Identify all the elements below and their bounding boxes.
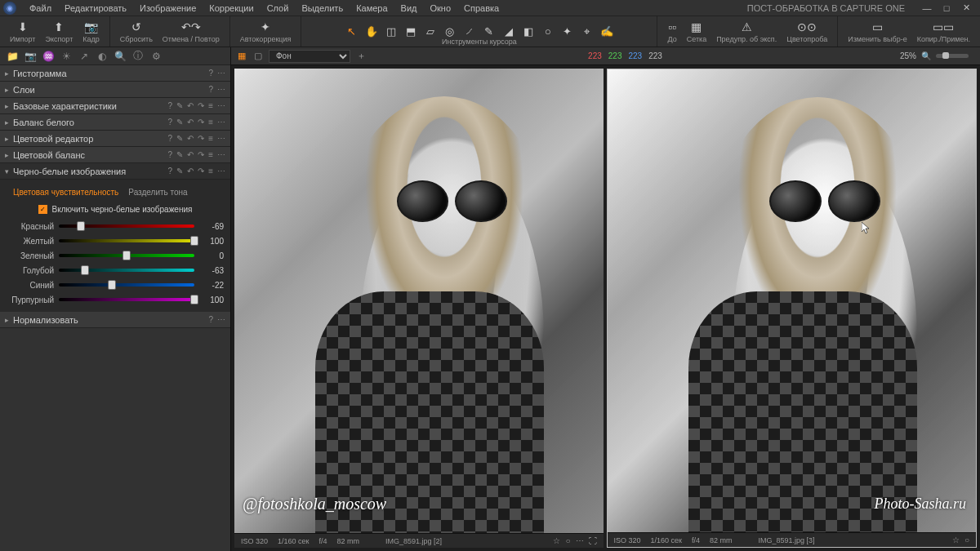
more-icon[interactable]: ⋯ (576, 536, 584, 545)
panel-action[interactable]: ↷ (198, 118, 204, 127)
menu-вид[interactable]: Вид (394, 3, 424, 13)
rating-icon[interactable]: ☆ (952, 535, 960, 544)
slider-track[interactable] (59, 222, 194, 230)
background-select[interactable]: Фон (269, 50, 350, 63)
maximize-button[interactable]: □ (941, 2, 952, 14)
panel-action[interactable]: ? (168, 167, 173, 176)
panel-4-header[interactable]: ▸Цветовой редактор?✎↶↷≡⋯ (0, 131, 230, 147)
panel-0-header[interactable]: ▸Гистограмма?⋯ (0, 65, 230, 82)
image-right[interactable]: Photo-Sasha.ru (608, 69, 977, 532)
panel-action[interactable]: ? (208, 315, 213, 324)
panel-action[interactable]: ? (168, 101, 173, 110)
menu-изображение[interactable]: Изображение (133, 3, 203, 13)
panel-action[interactable]: ⋯ (217, 315, 225, 324)
keystone-tool-icon[interactable]: ▱ (424, 25, 437, 38)
menu-коррекции[interactable]: Коррекции (203, 3, 260, 13)
brush-tool-icon[interactable]: ✎ (483, 25, 496, 38)
предупр-об-эксп--button[interactable]: ⚠Предупр. об эксп. (711, 16, 782, 47)
eraser-tool-icon[interactable]: ◢ (502, 25, 515, 38)
panel-action[interactable]: ↷ (198, 150, 204, 159)
panel-action[interactable]: ✎ (176, 134, 183, 143)
bw-enable-row[interactable]: ✓Включить черно-белые изображения (7, 200, 224, 219)
panel-action[interactable]: ⋯ (217, 134, 225, 143)
tool-tab-6[interactable]: 🔍 (114, 51, 126, 62)
expand-icon[interactable]: ⛶ (589, 536, 597, 545)
menu-камера[interactable]: Камера (350, 3, 394, 13)
image-pane-right[interactable]: Photo-Sasha.ru ISO 3201/160 секf/482 mm … (607, 69, 978, 548)
spot-tool-icon[interactable]: ◎ (443, 25, 457, 38)
radial-tool-icon[interactable]: ○ (541, 25, 555, 38)
pointer-tool-icon[interactable]: ↖ (345, 25, 359, 38)
panel-action[interactable]: ≡ (208, 134, 213, 143)
panel-action[interactable]: ? (208, 85, 213, 94)
menu-справка[interactable]: Справка (457, 3, 506, 13)
tool-tab-0[interactable]: 📁 (7, 51, 18, 62)
импорт-button[interactable]: ⬇Импорт (5, 16, 40, 47)
panel-action[interactable]: ✎ (176, 118, 183, 127)
slider-track[interactable] (59, 281, 194, 289)
tool-tab-5[interactable]: ◐ (96, 51, 108, 62)
экспорт-button[interactable]: ⬆Экспорт (40, 16, 78, 47)
panel-2-header[interactable]: ▸Базовые характеристики?✎↶↷≡⋯ (0, 98, 230, 114)
mask-tool-icon[interactable]: ⟋ (463, 25, 476, 38)
автокоррекция-button[interactable]: ✦Автокоррекция (235, 16, 296, 47)
tool-tab-1[interactable]: 📷 (24, 51, 36, 62)
panel-action[interactable]: ↶ (187, 101, 194, 110)
panel-5-header[interactable]: ▸Цветовой баланс?✎↶↷≡⋯ (0, 147, 230, 163)
gradient-tool-icon[interactable]: ◧ (522, 25, 535, 38)
panel-action[interactable]: ↶ (187, 134, 194, 143)
checkbox-icon[interactable]: ✓ (38, 205, 47, 214)
panel-action[interactable]: ✎ (176, 150, 183, 159)
bw-subtab-0[interactable]: Цветовая чувствительность (13, 188, 118, 197)
panel-action[interactable]: ≡ (208, 101, 213, 110)
цветопроба-button[interactable]: ⊙⊙Цветопроба (782, 16, 832, 47)
panel-action[interactable]: ? (168, 134, 173, 143)
panel-action[interactable]: ⋯ (217, 85, 225, 94)
копир-примен--button[interactable]: ▭▭Копир./Примен. (912, 16, 975, 47)
tool-tab-4[interactable]: ↗ (78, 51, 90, 62)
menu-выделить[interactable]: Выделить (295, 3, 350, 13)
slider-track[interactable] (59, 295, 194, 304)
tool-tab-8[interactable]: ⚙ (150, 51, 162, 62)
rating-icon[interactable]: ☆ (553, 536, 560, 545)
отмена-повтор-button[interactable]: ↶↷Отмена / Повтор (158, 16, 225, 47)
сетка-button[interactable]: ▦Сетка (682, 16, 711, 47)
panel-action[interactable]: ? (208, 69, 213, 78)
изменить-выбр-е-button[interactable]: ▭Изменить выбр-е (843, 16, 912, 47)
add-view-icon[interactable]: ＋ (355, 51, 367, 62)
slider-track[interactable] (59, 237, 194, 245)
close-button[interactable]: ✕ (960, 2, 972, 14)
panel-6-header[interactable]: ▾Черно-белые изображения?✎↶↷≡⋯ (0, 163, 230, 180)
single-view-icon[interactable]: ▢ (252, 51, 264, 62)
panel-action[interactable]: ↶ (187, 150, 194, 159)
panel-action[interactable]: ↶ (187, 118, 194, 127)
menu-файл[interactable]: Файл (23, 3, 58, 13)
tool-tab-2[interactable]: ♒ (42, 51, 54, 62)
panel-action[interactable]: ⋯ (217, 118, 225, 127)
menu-слой[interactable]: Слой (261, 3, 296, 13)
menu-окно[interactable]: Окно (423, 3, 457, 13)
panel-action[interactable]: ⋯ (217, 167, 225, 176)
menu-редактировать[interactable]: Редактировать (58, 3, 133, 13)
кадр-button[interactable]: 📷Кадр (78, 16, 105, 47)
image-left[interactable]: @fotoshkola_moscow (234, 69, 604, 533)
panel-action[interactable]: ↷ (198, 101, 204, 110)
panel-action[interactable]: ⋯ (217, 101, 225, 110)
slider-track[interactable] (59, 266, 194, 274)
hand-tool-icon[interactable]: ✋ (365, 25, 378, 38)
image-pane-left[interactable]: @fotoshkola_moscow ISO 3201/160 секf/482… (234, 69, 604, 548)
panel-action[interactable]: ✎ (176, 101, 183, 110)
color-tag-icon[interactable]: ○ (964, 535, 969, 544)
panel-1-header[interactable]: ▸Слои?⋯ (0, 82, 230, 98)
multi-view-icon[interactable]: ▦ (236, 51, 247, 62)
annotate-tool-icon[interactable]: ✍ (600, 25, 613, 38)
до-button[interactable]: ▫▫До (662, 16, 681, 47)
tool-tab-3[interactable]: ☀ (60, 51, 72, 62)
crop-tool-icon[interactable]: ◫ (385, 25, 398, 38)
minimize-button[interactable]: — (921, 2, 933, 14)
tool-tab-7[interactable]: ⓘ (132, 51, 144, 62)
panel-action[interactable]: ≡ (208, 167, 213, 176)
straighten-tool-icon[interactable]: ⬒ (404, 25, 417, 38)
panel-action[interactable]: ? (168, 118, 173, 127)
panel-action[interactable]: ✎ (176, 167, 183, 176)
